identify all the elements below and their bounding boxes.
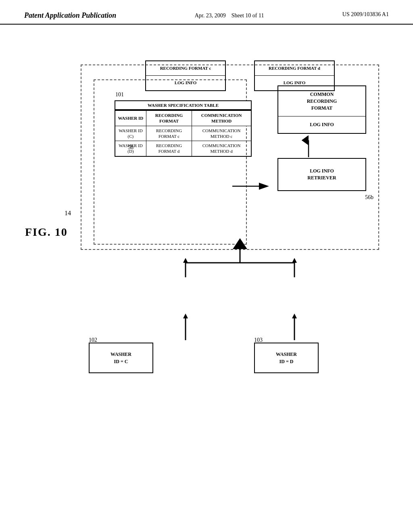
header-right: US 2009/103836 A1 xyxy=(342,11,389,18)
washer-spec-table: WASHER SPECIFICATION TABLE WASHER ID REC… xyxy=(115,100,252,157)
svg-marker-14 xyxy=(183,314,188,318)
label-56b: 56b xyxy=(365,194,373,201)
washer-id-d: WASHER ID (D) xyxy=(115,141,146,156)
washer-d-label: WASHERID = D xyxy=(276,351,297,364)
outer-dashed-box: 58 101 WASHER SPECIFICATION TABLE WASHER… xyxy=(81,64,379,250)
col-comm-method: COMMUNICATION METHOD xyxy=(192,110,251,126)
table-row: WASHER ID (C) RECORDING FORMAT c COMMUNI… xyxy=(115,126,251,141)
header-center: Apr. 23, 2009 Sheet 10 of 11 xyxy=(195,11,264,20)
comm-method-c: COMMUNICATION METHOD c xyxy=(192,126,251,141)
washer-table: WASHER ID RECORDING FORMAT COMMUNICATION… xyxy=(115,110,252,157)
rec-format-c-box: RECORDING FORMAT c LOG INFO xyxy=(145,60,226,91)
svg-marker-16 xyxy=(292,314,297,318)
col-recording-format: RECORDING FORMAT xyxy=(146,110,192,126)
label-101: 101 xyxy=(115,91,124,98)
common-recording-format-box: COMMONRECORDINGFORMAT LOG INFO xyxy=(277,85,366,134)
page-header: Patent Application Publication Apr. 23, … xyxy=(0,0,413,25)
washer-d-box: WASHERID = D xyxy=(254,343,319,373)
log-info-retriever-box: LOG INFORETRIEVER xyxy=(277,158,366,191)
svg-marker-12 xyxy=(292,258,297,263)
rec-format-d: RECORDING FORMAT d xyxy=(146,141,192,156)
rec-format-c: RECORDING FORMAT c xyxy=(146,126,192,141)
rec-format-c-log: LOG INFO xyxy=(146,76,225,90)
rec-format-d-log: LOG INFO xyxy=(255,76,334,90)
header-left: Patent Application Publication xyxy=(24,11,116,20)
diagram-area: 14 58 101 WASHER SPECIFICATION TABLE WAS… xyxy=(40,60,391,516)
log-info-retriever-label: LOG INFORETRIEVER xyxy=(307,168,336,181)
col-washer-id: WASHER ID xyxy=(115,110,146,126)
log-info-label-top: LOG INFO xyxy=(278,116,365,133)
label-14: 14 xyxy=(65,210,71,217)
comm-method-d: COMMUNICATION METHOD d xyxy=(192,141,251,156)
washer-id-c: WASHER ID (C) xyxy=(115,126,146,141)
table-row: WASHER ID (D) RECORDING FORMAT d COMMUNI… xyxy=(115,141,251,156)
inner-dashed-box: 101 WASHER SPECIFICATION TABLE WASHER ID… xyxy=(94,79,247,245)
washer-table-title: WASHER SPECIFICATION TABLE xyxy=(115,100,252,110)
washer-c-box: WASHERID = C xyxy=(89,343,153,373)
svg-marker-10 xyxy=(183,258,188,263)
washer-c-label: WASHERID = C xyxy=(111,351,131,364)
rec-format-d-title: RECORDING FORMAT d xyxy=(255,61,334,76)
rec-format-d-box: RECORDING FORMAT d LOG INFO xyxy=(254,60,335,91)
rec-format-c-title: RECORDING FORMAT c xyxy=(146,61,225,76)
